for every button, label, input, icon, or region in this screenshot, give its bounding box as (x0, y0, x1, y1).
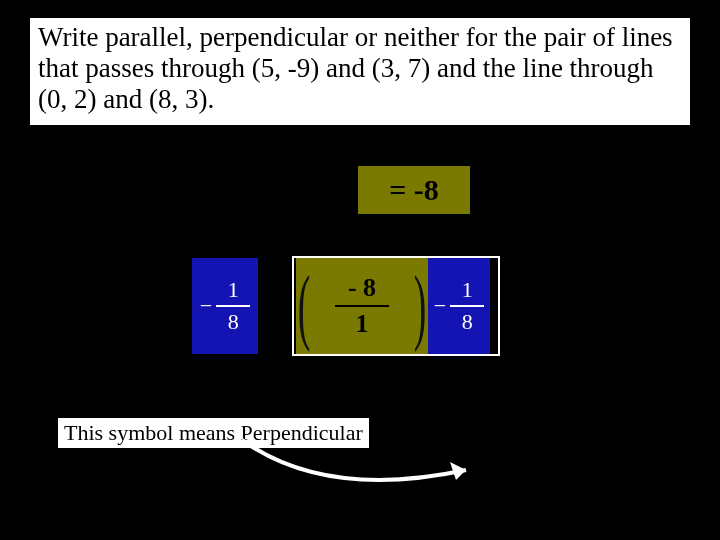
open-paren-icon: ( (298, 264, 311, 348)
fraction-right-num: 1 (462, 279, 473, 301)
fraction-left-num: 1 (228, 279, 239, 301)
slope-result-value: = -8 (389, 173, 439, 207)
fraction-bar (450, 305, 484, 307)
fraction-right-den: 8 (462, 311, 473, 333)
fraction-mid-den: 1 (356, 311, 369, 337)
question-text: Write parallel, perpendicular or neither… (30, 18, 690, 125)
fraction-bar (216, 305, 250, 307)
fraction-row: − 1 8 ( - 8 1 ) − 1 8 (192, 258, 490, 354)
fraction-mid: ( - 8 1 ) (296, 258, 428, 354)
fraction-left: − 1 8 (192, 258, 258, 354)
arrow-icon (236, 432, 482, 498)
fraction-right: − 1 8 (428, 258, 490, 354)
fraction-mid-num: - 8 (348, 275, 376, 301)
fraction-right-sign: − (434, 293, 446, 319)
fraction-left-sign: − (200, 293, 212, 319)
fraction-bar (335, 305, 389, 307)
close-paren-icon: ) (414, 264, 427, 348)
slope-result-box: = -8 (358, 166, 470, 214)
fraction-left-den: 8 (228, 311, 239, 333)
